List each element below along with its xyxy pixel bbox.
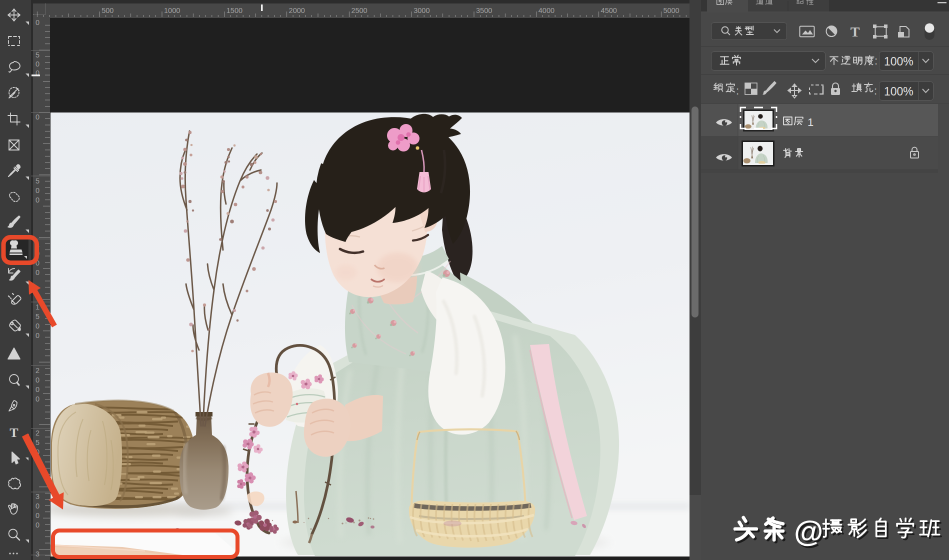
svg-text:5: 5 [36, 51, 40, 59]
svg-text:1: 1 [36, 240, 40, 248]
svg-text:0: 0 [36, 322, 40, 330]
svg-text:1500: 1500 [226, 6, 242, 14]
svg-text:5000: 5000 [663, 6, 679, 14]
svg-text:0: 0 [36, 521, 40, 529]
svg-text:500: 500 [102, 6, 114, 14]
svg-text:T: T [850, 24, 860, 40]
svg-text:3500: 3500 [476, 6, 492, 14]
svg-text:0: 0 [36, 186, 40, 194]
svg-text:0: 0 [36, 196, 40, 204]
svg-text:0: 0 [36, 512, 40, 520]
svg-text:1: 1 [36, 303, 40, 311]
svg-text:2000: 2000 [289, 6, 305, 14]
svg-text:5: 5 [36, 438, 40, 446]
svg-text:0: 0 [36, 113, 40, 121]
svg-text:5: 5 [36, 177, 40, 185]
svg-text:3: 3 [36, 492, 40, 500]
svg-text:4000: 4000 [538, 6, 554, 14]
svg-text:2500: 2500 [351, 6, 367, 14]
svg-text:0: 0 [36, 386, 40, 394]
svg-text:0: 0 [36, 60, 40, 68]
svg-text:@: @ [794, 514, 824, 548]
svg-text::: : [874, 54, 878, 67]
svg-text:100%: 100% [884, 55, 914, 68]
svg-text:0: 0 [36, 250, 40, 258]
svg-text:0: 0 [36, 376, 40, 384]
svg-text:2: 2 [36, 429, 40, 437]
svg-text:100%: 100% [884, 85, 914, 98]
svg-text:0: 0 [36, 332, 40, 340]
svg-text:3000: 3000 [414, 6, 430, 14]
svg-text::: : [736, 84, 739, 97]
svg-text:0: 0 [36, 259, 40, 267]
svg-text:2: 2 [36, 366, 40, 374]
svg-text::: : [874, 84, 877, 97]
svg-text:0: 0 [36, 458, 40, 466]
svg-text:1000: 1000 [164, 6, 180, 14]
svg-text:0: 0 [36, 395, 40, 403]
svg-text:1: 1 [808, 116, 814, 128]
svg-text:3: 3 [36, 550, 40, 558]
svg-text:0: 0 [36, 18, 40, 26]
svg-text:0: 0 [36, 268, 40, 276]
svg-text:0: 0 [36, 502, 40, 510]
svg-text:4500: 4500 [601, 6, 617, 14]
svg-text:5: 5 [36, 312, 40, 320]
svg-text:0: 0 [36, 448, 40, 456]
